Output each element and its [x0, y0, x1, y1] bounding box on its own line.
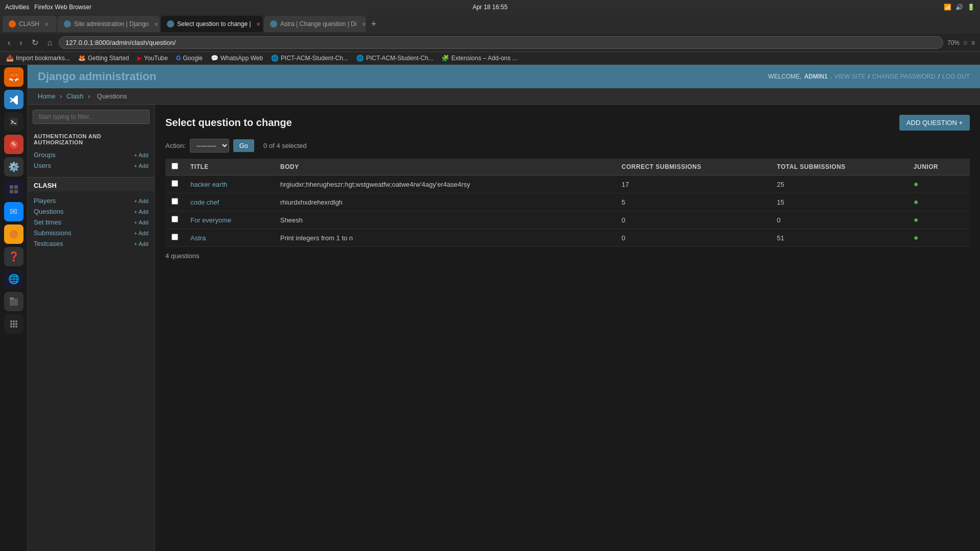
- forward-button[interactable]: ›: [17, 37, 24, 48]
- th-correct-submissions[interactable]: CORRECT SUBMISSIONS: [616, 159, 771, 176]
- back-button[interactable]: ‹: [5, 37, 13, 48]
- tab-site-admin-label: Site administration | Django: [74, 20, 149, 28]
- sidebar-testcases-add[interactable]: + Add: [134, 241, 149, 247]
- log-out-link[interactable]: LOG OUT: [942, 73, 970, 80]
- battery-icon: 🔋: [967, 4, 975, 11]
- th-title[interactable]: TITLE: [184, 159, 274, 176]
- orange-app-icon[interactable]: [4, 224, 23, 244]
- bookmark-extensions[interactable]: 🧩 Extensions – Add-ons ...: [439, 54, 519, 63]
- row-body-2: Sheesh: [274, 211, 616, 229]
- table-row: code chef rhiurdxhxdrehexrdlgh 5 15 ●: [165, 193, 970, 211]
- th-total-submissions[interactable]: TOTAL SUBMISSIONS: [771, 159, 908, 176]
- selected-count: 0 of 4 selected: [263, 142, 307, 149]
- firefox-app-icon[interactable]: 🦊: [4, 67, 23, 87]
- tab-site-admin-close[interactable]: ✕: [152, 20, 160, 28]
- sidebar-submissions-add[interactable]: + Add: [134, 230, 149, 236]
- sidebar-submissions-link[interactable]: Submissions: [34, 229, 71, 237]
- tab-site-admin[interactable]: Site administration | Django ✕: [58, 16, 160, 32]
- bookmark-google[interactable]: G Google: [174, 54, 205, 63]
- home-button[interactable]: ⌂: [45, 37, 55, 48]
- action-select[interactable]: ---------: [190, 139, 229, 153]
- mail-app-icon[interactable]: ✉: [4, 202, 23, 221]
- svg-point-19: [15, 325, 17, 328]
- change-password-link[interactable]: CHANGE PASSWORD: [872, 73, 936, 80]
- sidebar-settimes-link[interactable]: Set times: [34, 218, 61, 226]
- add-question-button[interactable]: ADD QUESTION +: [899, 115, 970, 131]
- sidebar-players-link[interactable]: Players: [34, 197, 56, 205]
- th-junior[interactable]: JUNIOR: [908, 159, 970, 176]
- row-count: 4 questions: [165, 252, 970, 260]
- help-app-icon[interactable]: ❓: [4, 247, 23, 266]
- username: ADMIN1: [804, 73, 827, 80]
- sidebar-groups-link[interactable]: Groups: [34, 151, 56, 159]
- apps-icon[interactable]: [4, 314, 23, 334]
- grid-app-icon[interactable]: [4, 180, 23, 199]
- network-app-icon[interactable]: 🌐: [4, 269, 23, 289]
- tab-astra-close[interactable]: ✕: [360, 20, 366, 28]
- bookmark-pict-1[interactable]: 🌐 PICT-ACM-Student-Ch...: [269, 54, 350, 63]
- sidebar-users-add[interactable]: + Add: [134, 163, 149, 169]
- th-body[interactable]: BODY: [274, 159, 616, 176]
- tab-select-question[interactable]: Select question to change | ✕: [161, 16, 263, 32]
- sidebar-questions-link[interactable]: Questions: [34, 208, 64, 215]
- django-header: Django administration WELCOME, ADMIN1 . …: [28, 65, 980, 88]
- row-body-3: Print integers from 1 to n: [274, 229, 616, 247]
- sep2: /: [868, 73, 870, 80]
- sidebar-groups-add[interactable]: + Add: [134, 152, 149, 158]
- menu-icon[interactable]: ≡: [971, 39, 975, 46]
- new-tab-button[interactable]: +: [367, 19, 381, 30]
- tab-select-question-close[interactable]: ✕: [254, 20, 262, 28]
- sidebar-testcases-link[interactable]: Testcases: [34, 240, 63, 247]
- row-title-2[interactable]: For everyome: [190, 216, 231, 224]
- breadcrumb-home[interactable]: Home: [38, 92, 56, 100]
- select-all-checkbox[interactable]: [172, 163, 178, 169]
- bookmark-getting-started[interactable]: 🦊 Getting Started: [76, 54, 131, 63]
- bookmark-icon[interactable]: ☆: [963, 39, 968, 46]
- svg-point-14: [10, 323, 12, 325]
- browser-label[interactable]: Firefox Web Browser: [34, 4, 91, 11]
- sidebar-settimes-add[interactable]: + Add: [134, 219, 149, 226]
- sidebar-filter-input[interactable]: [33, 110, 150, 124]
- terminal-app-icon[interactable]: [4, 112, 23, 132]
- bookmark-import[interactable]: 📥 Import bookmarks...: [4, 54, 72, 63]
- row-correct-3: 0: [616, 229, 771, 247]
- browser: CLASH ✕ Site administration | Django ✕ S…: [0, 14, 980, 551]
- activities-label[interactable]: Activities: [5, 4, 29, 11]
- tab-clash[interactable]: CLASH ✕: [3, 16, 57, 32]
- row-title-0[interactable]: hacker earth: [190, 181, 227, 188]
- svg-rect-9: [10, 298, 18, 306]
- sidebar-groups-row: Groups + Add: [34, 149, 149, 160]
- go-button[interactable]: Go: [233, 139, 254, 152]
- svg-point-15: [13, 323, 15, 325]
- files-app-icon[interactable]: [4, 292, 23, 311]
- row-checkbox-3[interactable]: [172, 234, 178, 240]
- page-content: 🦊 ✎ ⚙️ ✉ ❓ 🌐: [0, 65, 980, 551]
- tab-astra[interactable]: Astra | Change question | Di ✕: [264, 16, 366, 32]
- app-icon-red[interactable]: ✎: [4, 135, 23, 154]
- row-checkbox-0[interactable]: [172, 180, 178, 187]
- bookmark-youtube[interactable]: ▶ YouTube: [135, 54, 170, 63]
- svg-text:✎: ✎: [11, 141, 16, 148]
- row-checkbox-2[interactable]: [172, 216, 178, 222]
- bookmark-pict-2[interactable]: 🌐 PICT-ACM-Student-Ch...: [354, 54, 435, 63]
- sidebar-users-link[interactable]: Users: [34, 162, 51, 169]
- row-title-3[interactable]: Astra: [190, 234, 206, 242]
- address-input[interactable]: [59, 36, 943, 49]
- reload-button[interactable]: ↻: [29, 37, 41, 48]
- vscode-app-icon[interactable]: [4, 90, 23, 109]
- svg-point-17: [10, 325, 12, 328]
- view-site-link[interactable]: VIEW SITE: [835, 73, 866, 80]
- bookmark-whatsapp[interactable]: 💬 WhatsApp Web: [209, 54, 265, 63]
- sidebar-questions-add[interactable]: + Add: [134, 209, 149, 215]
- row-title-1[interactable]: code chef: [190, 198, 219, 206]
- row-checkbox-1[interactable]: [172, 198, 178, 205]
- row-junior-3: ●: [908, 229, 970, 247]
- sidebar-players-add[interactable]: + Add: [134, 198, 149, 204]
- action-label: Action:: [165, 142, 186, 149]
- tab-clash-close[interactable]: ✕: [42, 20, 51, 28]
- tab-select-question-label: Select question to change |: [177, 20, 251, 28]
- svg-point-16: [15, 323, 17, 325]
- sidebar-auth-title: AUTHENTICATION AND AUTHORIZATION: [34, 133, 149, 145]
- settings-app-icon[interactable]: ⚙️: [4, 157, 23, 177]
- breadcrumb-clash[interactable]: Clash: [66, 92, 83, 100]
